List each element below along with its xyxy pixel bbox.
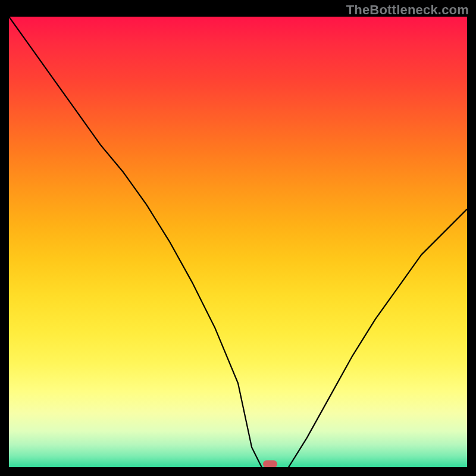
chart-frame: TheBottleneck.com: [0, 0, 476, 476]
plot-container: [9, 17, 467, 467]
watermark-text: TheBottleneck.com: [346, 2, 469, 18]
optimal-point-marker: [263, 461, 277, 468]
plot-area: [9, 17, 467, 467]
bottleneck-curve: [9, 17, 467, 467]
curve-path: [9, 17, 467, 467]
